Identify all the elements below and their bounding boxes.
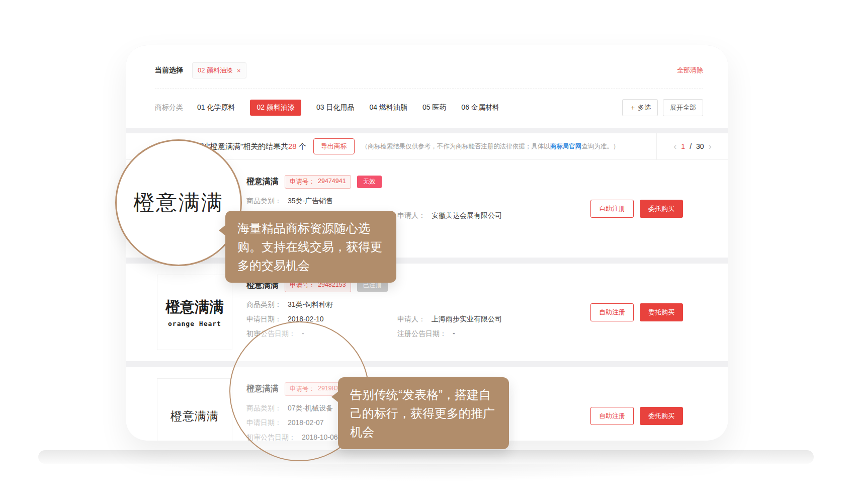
row-actions: 自助注册 委托购买 <box>590 407 683 425</box>
field-label: 申请日期： <box>246 315 282 324</box>
category-01[interactable]: 01 化学原料 <box>197 100 235 116</box>
application-number-tag: 申请号：29474941 <box>285 175 351 189</box>
category-06[interactable]: 06 金属材料 <box>461 100 499 116</box>
category-row: 商标分类 01 化学原料 02 颜料油漆 03 日化用品 04 燃料油脂 05 … <box>155 89 703 116</box>
trademark-image: 橙意满满 orange Heart <box>157 275 232 350</box>
disclaimer-note: （商标检索结果仅供参考，不作为商标能否注册的法律依据；具体以商标局官网查询为准。… <box>362 142 620 151</box>
self-register-button[interactable]: 自助注册 <box>590 200 634 218</box>
trademark-image-subtext: orange Heart <box>168 320 221 327</box>
selected-filter-tag[interactable]: 02 颜料油漆 × <box>192 62 246 78</box>
base-shadow <box>151 462 704 482</box>
field-value: 安徽美达会展有限公司 <box>432 211 502 220</box>
trademark-office-link[interactable]: 商标局官网 <box>550 143 582 150</box>
tooltip-promotion: 告别传统“发表格”，搭建自己的标行，获得更多的推广机会 <box>338 377 509 449</box>
entrust-buy-button[interactable]: 委托购买 <box>640 407 683 425</box>
field-label: 申请人： <box>397 211 425 220</box>
filter-panel: 当前选择 02 颜料油漆 × 全部清除 商标分类 01 化学原料 02 颜料油漆… <box>126 45 728 128</box>
result-row-2: 橙意满满 orange Heart 橙意满满 申请号：29482153 已注册 … <box>126 264 728 361</box>
page: 当前选择 02 颜料油漆 × 全部清除 商标分类 01 化学原料 02 颜料油漆… <box>0 0 853 504</box>
tooltip-marketplace-text: 海量精品商标资源随心选购。支持在线交易，获得更多的交易机会 <box>237 221 382 272</box>
field-label: 注册公告日期： <box>397 329 447 339</box>
field-label: 申请人： <box>397 315 425 324</box>
category-04[interactable]: 04 燃料油脂 <box>369 100 407 116</box>
self-register-button[interactable]: 自助注册 <box>590 303 634 321</box>
row-actions: 自助注册 委托购买 <box>590 303 683 321</box>
laptop-base <box>38 450 814 464</box>
tooltip-marketplace: 海量精品商标资源随心选购。支持在线交易，获得更多的交易机会 <box>225 211 396 283</box>
pagination: ‹ 1 / 30 › <box>656 133 728 159</box>
field-value: - <box>453 329 455 339</box>
category-03[interactable]: 03 日化用品 <box>316 100 354 116</box>
field-value: 上海雨步实业有限公司 <box>432 315 502 324</box>
category-02-selected[interactable]: 02 颜料油漆 <box>250 100 301 116</box>
multi-select-button[interactable]: ＋ 多选 <box>622 99 658 116</box>
page-separator: / <box>690 142 692 150</box>
expand-all-button[interactable]: 展开全部 <box>663 99 703 116</box>
clear-all-link[interactable]: 全部清除 <box>677 66 703 75</box>
current-selection-row: 当前选择 02 颜料油漆 × 全部清除 <box>155 62 703 78</box>
self-register-button[interactable]: 自助注册 <box>590 407 634 425</box>
total-pages: 30 <box>696 142 704 150</box>
field-label: 商品类别： <box>246 197 282 206</box>
export-trademarks-button[interactable]: 导出商标 <box>313 138 355 154</box>
row-actions: 自助注册 委托购买 <box>590 200 683 218</box>
category-label: 商标分类 <box>155 103 183 112</box>
field-value: 35类-广告销售 <box>288 197 333 206</box>
next-page-icon[interactable]: › <box>709 142 712 151</box>
trademark-image: 橙意满满 <box>157 378 232 441</box>
tooltip-promotion-text: 告别传统“发表格”，搭建自己的标行，获得更多的推广机会 <box>350 388 495 439</box>
status-badge-invalid: 无效 <box>357 176 382 188</box>
current-page: 1 <box>681 142 685 150</box>
entrust-buy-button[interactable]: 委托购买 <box>640 303 683 321</box>
magnifier-circle-1: 橙意满满 <box>115 139 242 266</box>
close-icon[interactable]: × <box>237 67 241 74</box>
field-value: 31类-饲料种籽 <box>288 300 333 309</box>
trademark-image-text: 橙意满满 <box>165 297 224 317</box>
field-label: 商品类别： <box>246 300 282 309</box>
selected-filter-tag-label: 02 颜料油漆 <box>198 66 233 75</box>
category-05[interactable]: 05 医药 <box>422 100 446 116</box>
trademark-name: 橙意满满 <box>246 177 279 187</box>
prev-page-icon[interactable]: ‹ <box>673 142 676 151</box>
trademark-image-text: 橙意满满 <box>170 408 219 424</box>
magnified-trademark-text: 橙意满满 <box>133 189 224 217</box>
entrust-buy-button[interactable]: 委托购买 <box>640 200 683 218</box>
current-selection-label: 当前选择 <box>155 66 183 75</box>
